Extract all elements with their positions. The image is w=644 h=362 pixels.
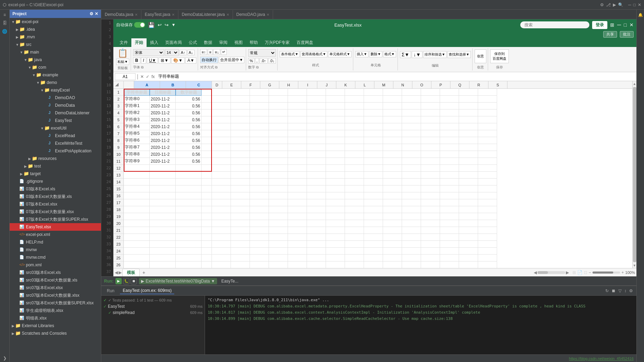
- cell-Q2[interactable]: [440, 96, 459, 103]
- underline-btn[interactable]: U▼: [147, 57, 158, 64]
- cell-B7[interactable]: 2020-11-2: [150, 130, 176, 137]
- formula-confirm[interactable]: ✓: [145, 74, 150, 79]
- cell-I6[interactable]: [288, 123, 307, 130]
- sum-btn[interactable]: Σ▼: [400, 51, 411, 58]
- ribbon-tab-文件[interactable]: 文件: [116, 38, 131, 47]
- tree-item-mingxi[interactable]: 📊明细表.xlsx: [10, 314, 101, 322]
- cell-F26[interactable]: [231, 261, 250, 268]
- cell-H20[interactable]: [269, 220, 288, 227]
- cell-F24[interactable]: [231, 248, 250, 255]
- sidebar-close[interactable]: ✕: [95, 11, 98, 16]
- cell-Q9[interactable]: [440, 144, 459, 151]
- cell-D2[interactable]: [202, 96, 212, 103]
- cell-N19[interactable]: [383, 213, 402, 220]
- cell-P10[interactable]: [421, 151, 440, 158]
- cell-N20[interactable]: [383, 220, 402, 227]
- cell-A26[interactable]: [124, 261, 150, 268]
- cell-O23[interactable]: [402, 241, 421, 248]
- ribbon-tab-插入[interactable]: 插入: [147, 38, 162, 47]
- cell-L24[interactable]: [345, 248, 364, 255]
- cell-K13[interactable]: [326, 172, 345, 179]
- cell-L11[interactable]: [345, 158, 364, 165]
- cell-C3[interactable]: 0.56: [176, 103, 202, 109]
- cell-A3[interactable]: 字符串1: [124, 103, 150, 109]
- row-header-4[interactable]: 4: [113, 109, 123, 116]
- cell-D21[interactable]: [202, 227, 212, 234]
- cell-D6[interactable]: [202, 123, 212, 130]
- cell-M21[interactable]: [364, 227, 383, 234]
- cell-O2[interactable]: [402, 96, 421, 103]
- cell-S17[interactable]: [478, 199, 497, 206]
- cell-F14[interactable]: [231, 179, 250, 185]
- cell-F12[interactable]: [231, 165, 250, 172]
- cell-E26[interactable]: [212, 261, 231, 268]
- col-header-N[interactable]: N: [393, 81, 412, 88]
- save-icon[interactable]: 💾: [148, 22, 155, 28]
- cell-Q6[interactable]: [440, 123, 459, 130]
- cell-M12[interactable]: [364, 165, 383, 172]
- cell-G18[interactable]: [250, 206, 269, 213]
- tree-item-excel-poi[interactable]: ▼📁excel-poi: [10, 18, 101, 26]
- cell-C19[interactable]: [176, 213, 202, 220]
- cell-G24[interactable]: [250, 248, 269, 255]
- cell-R6[interactable]: [459, 123, 478, 130]
- cell-N9[interactable]: [383, 144, 402, 151]
- cell-D11[interactable]: [202, 158, 212, 165]
- cell-L23[interactable]: [345, 241, 364, 248]
- cell-L22[interactable]: [345, 234, 364, 241]
- cell-Q1[interactable]: [440, 89, 459, 96]
- col-header-E[interactable]: E: [222, 81, 241, 88]
- run-icon[interactable]: ▶: [613, 2, 616, 7]
- tree-item-src03xls[interactable]: 📊src03版本Excel.xls: [10, 269, 101, 276]
- cell-D10[interactable]: [202, 151, 212, 158]
- cell-L13[interactable]: [345, 172, 364, 179]
- cell-E25[interactable]: [212, 255, 231, 261]
- cell-I22[interactable]: [288, 234, 307, 241]
- autosave-toggle[interactable]: 自动保存: [116, 22, 145, 28]
- cell-R14[interactable]: [459, 179, 478, 185]
- zoom-out[interactable]: −: [589, 270, 591, 275]
- cell-L5[interactable]: [345, 116, 364, 123]
- tree-item-scratches[interactable]: ▶📁Scratches and Consoles: [10, 330, 101, 337]
- cell-E17[interactable]: [212, 199, 231, 206]
- add-sheet-btn[interactable]: +: [140, 269, 147, 276]
- find-select[interactable]: 查找和选择▼: [447, 51, 471, 58]
- cell-K20[interactable]: [326, 220, 345, 227]
- db-icon[interactable]: 🗄: [1, 19, 9, 27]
- cell-K7[interactable]: [326, 130, 345, 137]
- cell-N26[interactable]: [383, 261, 402, 268]
- cell-B8[interactable]: 2020-11-2: [150, 137, 176, 144]
- cell-A21[interactable]: [124, 227, 150, 234]
- cell-E10[interactable]: [212, 151, 231, 158]
- cell-A13[interactable]: [124, 172, 150, 179]
- cell-C12[interactable]: [176, 165, 202, 172]
- cell-G17[interactable]: [250, 199, 269, 206]
- cell-Q3[interactable]: [440, 103, 459, 109]
- formula-insert-fn[interactable]: fx: [151, 74, 155, 79]
- cell-M14[interactable]: [364, 179, 383, 185]
- cell-E18[interactable]: [212, 206, 231, 213]
- cell-N11[interactable]: [383, 158, 402, 165]
- cell-K22[interactable]: [326, 234, 345, 241]
- window-max[interactable]: □: [633, 2, 636, 7]
- cell-S11[interactable]: [478, 158, 497, 165]
- bold-btn[interactable]: B: [133, 57, 140, 64]
- cell-D5[interactable]: [202, 116, 212, 123]
- cell-A15[interactable]: [124, 185, 150, 192]
- cell-J24[interactable]: [307, 248, 326, 255]
- col-header-F[interactable]: F: [241, 81, 260, 88]
- excel-search[interactable]: [520, 21, 589, 28]
- row-header-20[interactable]: 20: [113, 220, 123, 227]
- cell-E19[interactable]: [212, 213, 231, 220]
- cell-O6[interactable]: [402, 123, 421, 130]
- cell-N12[interactable]: [383, 165, 402, 172]
- cell-G9[interactable]: [250, 144, 269, 151]
- cell-Q11[interactable]: [440, 158, 459, 165]
- cell-M1[interactable]: [364, 89, 383, 96]
- cell-D24[interactable]: [202, 248, 212, 255]
- console-stop[interactable]: ⏹: [611, 288, 616, 294]
- row-header-13[interactable]: 13: [113, 172, 123, 179]
- structure-icon[interactable]: ≡: [1, 11, 9, 19]
- cell-B21[interactable]: [150, 227, 176, 234]
- cell-Q7[interactable]: [440, 130, 459, 137]
